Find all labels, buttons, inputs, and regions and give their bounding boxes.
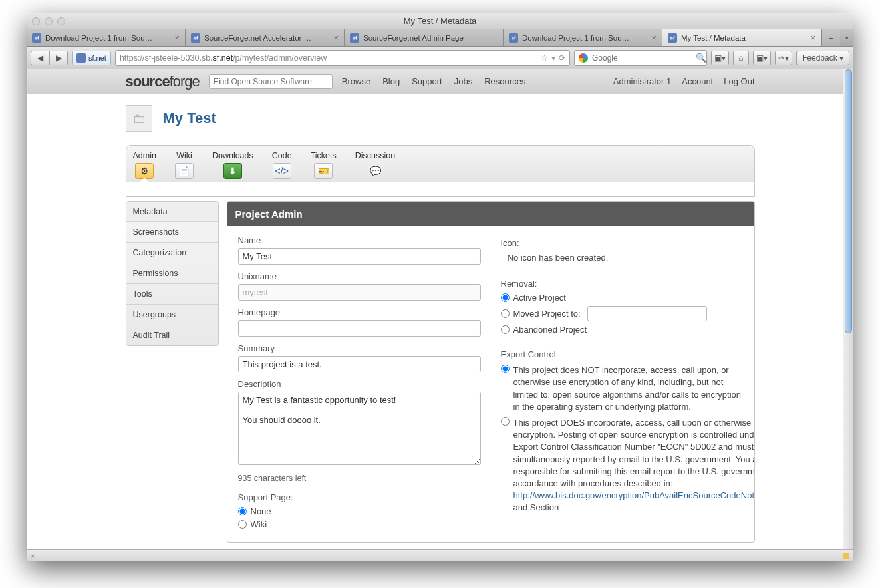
forward-button[interactable]: ▶ xyxy=(49,51,68,65)
dropdown-icon[interactable]: ▾ xyxy=(551,53,555,63)
tool-tab-admin[interactable]: Admin⚙ xyxy=(133,151,156,182)
support-none-radio[interactable] xyxy=(238,507,247,515)
site-badge-label: sf.net xyxy=(88,54,106,62)
close-icon[interactable]: × xyxy=(651,33,657,43)
nav-browse[interactable]: Browse xyxy=(342,76,370,86)
sf-primary-nav: Browse Blog Support Jobs Resources xyxy=(342,76,526,86)
nav-support[interactable]: Support xyxy=(412,76,442,86)
wiki-icon: 📄 xyxy=(175,163,194,179)
tab-label: Download Project 1 from Sou… xyxy=(45,34,170,42)
sf-search-box[interactable] xyxy=(209,74,333,89)
favicon-icon: sf xyxy=(509,33,518,43)
browser-search-box[interactable]: 🔍 xyxy=(574,50,707,66)
sidebar-item-audit-trail[interactable]: Audit Trail xyxy=(126,325,218,345)
sidebar-item-categorization[interactable]: Categorization xyxy=(126,243,218,263)
tool-tab-downloads[interactable]: Downloads⬇ xyxy=(212,151,253,182)
sidebar-item-usergroups[interactable]: Usergroups xyxy=(126,305,218,325)
close-icon[interactable]: × xyxy=(333,33,339,43)
removal-active-radio[interactable] xyxy=(501,293,510,302)
moved-to-input[interactable] xyxy=(587,306,707,321)
export-link[interactable]: http://www.bis.doc.gov/encryption/PubAva… xyxy=(513,490,755,500)
sourceforge-logo[interactable]: sourceforge xyxy=(126,73,200,90)
export-control-label: Export Control: xyxy=(501,349,744,359)
download-icon: ⬇ xyxy=(223,163,242,179)
vertical-scrollbar[interactable] xyxy=(843,69,853,549)
favicon-icon: sf xyxy=(668,33,677,43)
support-wiki-radio[interactable] xyxy=(238,520,247,529)
favicon-icon xyxy=(76,53,86,63)
user-name-link[interactable]: Administrator 1 xyxy=(613,76,671,86)
close-icon[interactable]: × xyxy=(810,33,815,43)
description-label: Description xyxy=(238,379,481,389)
sidebar-item-screenshots[interactable]: Screenshots xyxy=(126,222,218,243)
logout-link[interactable]: Log Out xyxy=(724,76,754,86)
status-indicator-icon xyxy=(843,553,849,559)
minimize-window-icon[interactable] xyxy=(45,17,53,25)
tool-tab-wiki[interactable]: Wiki📄 xyxy=(175,151,194,182)
url-bar[interactable]: https://sf-jsteele-5030.sb.sf.net/p/myte… xyxy=(115,50,570,66)
traffic-lights xyxy=(32,17,65,25)
reload-icon[interactable]: ⟳ xyxy=(559,53,565,63)
support-none-label: None xyxy=(251,506,271,516)
site-identity-badge[interactable]: sf.net xyxy=(72,51,111,65)
removal-label: Removal: xyxy=(501,279,744,289)
sidebar-item-metadata[interactable]: Metadata xyxy=(126,202,218,222)
bookmarks-button[interactable]: ▣▾ xyxy=(753,51,771,65)
star-icon[interactable]: ☆ xyxy=(541,53,548,63)
removal-moved-radio[interactable] xyxy=(501,309,510,318)
support-page-label: Support Page: xyxy=(238,492,481,502)
export-no-radio[interactable] xyxy=(501,365,510,373)
unixname-input xyxy=(238,284,481,301)
browser-tab[interactable]: sfSourceForge.net Admin Page xyxy=(345,29,504,46)
removal-moved-label: Moved Project to: xyxy=(513,309,581,319)
feedback-button[interactable]: Feedback ▾ xyxy=(796,51,849,65)
sf-search-input[interactable] xyxy=(214,77,328,86)
browser-search-input[interactable] xyxy=(592,53,692,63)
nav-resources[interactable]: Resources xyxy=(484,76,525,86)
search-icon[interactable]: 🔍 xyxy=(696,53,706,63)
code-icon: </> xyxy=(273,163,291,179)
summary-input[interactable] xyxy=(238,356,481,372)
export-yes-radio[interactable] xyxy=(501,417,510,426)
browser-toolbar: ◀▶ sf.net https://sf-jsteele-5030.sb.sf.… xyxy=(27,47,853,69)
project-tool-tabs: Admin⚙ Wiki📄 Downloads⬇ Code</> Tickets🎫… xyxy=(126,145,755,197)
google-icon xyxy=(579,53,588,63)
url-text: https://sf-jsteele-5030.sb.sf.net/p/myte… xyxy=(120,53,537,63)
sidebar-item-tools[interactable]: Tools xyxy=(126,284,218,305)
description-textarea[interactable] xyxy=(238,392,481,465)
tab-label: SourceForge.net Accelerator … xyxy=(204,34,329,42)
zoom-window-icon[interactable] xyxy=(57,17,65,25)
browser-tab[interactable]: sfDownload Project 1 from Sou…× xyxy=(504,29,662,46)
icon-label: Icon: xyxy=(501,238,744,248)
project-header: 🗀 My Test xyxy=(126,105,755,132)
admin-icon: ⚙ xyxy=(135,163,154,179)
close-icon[interactable]: × xyxy=(174,33,180,43)
chars-left-label: 935 characters left xyxy=(238,474,481,483)
name-label: Name xyxy=(238,235,481,245)
status-close-icon[interactable]: × xyxy=(31,552,35,560)
scrollbar-thumb[interactable] xyxy=(845,69,852,333)
browser-tab[interactable]: sfDownload Project 1 from Sou…× xyxy=(27,29,186,46)
nav-blog[interactable]: Blog xyxy=(382,76,400,86)
adblock-button[interactable]: ▣▾ xyxy=(711,51,729,65)
tool-tab-tickets[interactable]: Tickets🎫 xyxy=(311,151,337,182)
sidebar-item-permissions[interactable]: Permissions xyxy=(126,263,218,284)
tool-tab-discussion[interactable]: Discussion💬 xyxy=(355,151,395,182)
extension-button[interactable]: ✑▾ xyxy=(775,51,792,65)
back-button[interactable]: ◀ xyxy=(31,51,49,65)
browser-tab[interactable]: sfSourceForge.net Accelerator …× xyxy=(186,29,345,46)
account-link[interactable]: Account xyxy=(682,76,713,86)
project-title-link[interactable]: My Test xyxy=(163,110,216,127)
tab-menu-button[interactable]: ▾ xyxy=(840,29,853,46)
name-input[interactable] xyxy=(238,248,481,265)
tool-tab-code[interactable]: Code</> xyxy=(272,151,292,182)
nav-jobs[interactable]: Jobs xyxy=(454,76,472,86)
close-window-icon[interactable] xyxy=(32,17,40,25)
homepage-input[interactable] xyxy=(238,320,481,337)
browser-tab-active[interactable]: sfMy Test / Metadata× xyxy=(662,29,821,46)
home-button[interactable]: ⌂ xyxy=(733,51,749,65)
removal-abandoned-radio[interactable] xyxy=(501,325,510,334)
unixname-label: Unixname xyxy=(238,271,481,281)
new-tab-button[interactable]: + xyxy=(821,29,840,46)
icon-status-text: No icon has been created. xyxy=(508,252,744,264)
